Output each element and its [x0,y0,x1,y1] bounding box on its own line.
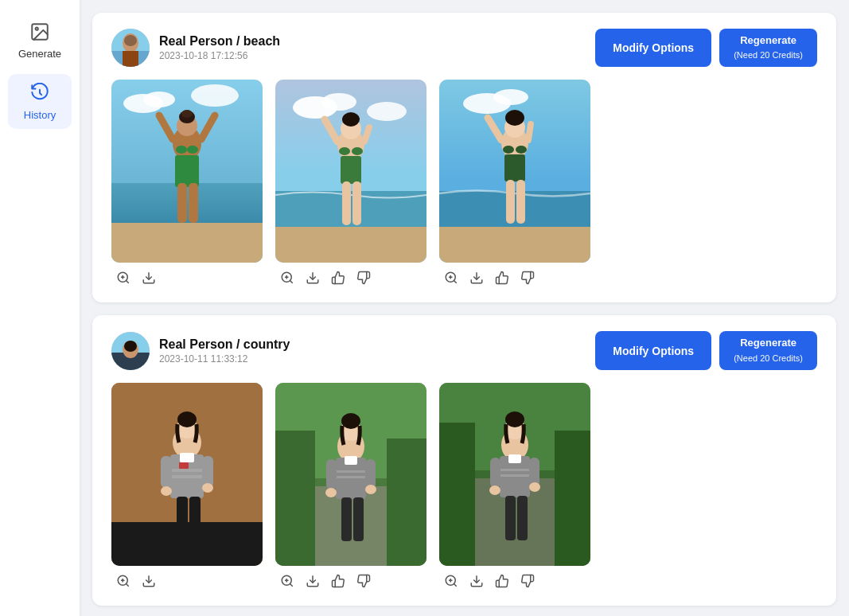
svg-rect-106 [345,456,357,465]
svg-point-9 [143,92,175,107]
svg-rect-123 [439,423,475,566]
svg-point-73 [124,341,137,352]
history-card-country: Real Person / country 2023-10-11 11:33:1… [92,315,836,605]
svg-rect-17 [175,155,199,187]
sidebar-item-generate[interactable]: Generate [8,13,72,68]
svg-rect-82 [180,453,194,462]
image-grid-country [111,383,817,590]
zoom-button-country-3[interactable] [442,572,460,590]
card-title-country: Real Person / country [159,337,290,352]
download-button-beach-1[interactable] [140,269,158,287]
dislike-button-beach-2[interactable] [355,269,372,287]
dislike-button-beach-3[interactable] [519,269,536,287]
svg-point-57 [505,110,524,126]
svg-point-37 [342,112,360,127]
svg-rect-18 [177,183,187,223]
zoom-button-beach-3[interactable] [442,269,460,287]
svg-point-40 [339,147,350,155]
svg-point-127 [505,411,524,427]
svg-line-46 [290,281,292,283]
image-box-beach-3 [439,80,590,263]
regenerate-button-country[interactable]: Regenerate (Need 20 Credits) [719,331,817,369]
svg-rect-108 [336,476,366,478]
svg-point-112 [365,485,376,494]
like-button-country-2[interactable] [329,572,347,590]
zoom-button-country-2[interactable] [278,572,296,590]
svg-point-60 [503,146,514,154]
download-button-country-3[interactable] [468,572,485,590]
svg-line-116 [290,583,292,586]
image-item-beach-3 [439,80,590,287]
like-button-beach-2[interactable] [329,269,347,287]
sidebar-history-label: History [24,109,56,121]
dislike-button-country-3[interactable] [519,572,536,590]
svg-rect-5 [123,51,138,67]
like-button-beach-3[interactable] [493,269,511,287]
zoom-button-beach-1[interactable] [115,269,132,287]
card-timestamp-beach: 2023-10-18 17:12:56 [159,50,280,61]
image-box-country-3 [439,383,590,566]
download-button-country-2[interactable] [304,572,321,590]
svg-rect-91 [179,462,189,469]
image-box-country-2 [275,383,426,566]
svg-point-10 [191,84,239,107]
svg-rect-124 [555,431,590,566]
svg-line-93 [126,583,128,586]
svg-rect-89 [177,497,188,540]
svg-rect-113 [341,497,352,541]
image-box-beach-1 [111,80,263,263]
dislike-button-country-2[interactable] [355,572,372,590]
svg-rect-101 [387,439,426,566]
download-button-country-1[interactable] [140,572,158,590]
image-grid-beach [111,80,817,287]
modify-options-button-country[interactable]: Modify Options [595,331,711,369]
image-actions-beach-2 [275,269,426,287]
image-item-beach-1 [111,80,263,287]
regenerate-button-beach[interactable]: Regenerate (Need 20 Credits) [719,29,817,67]
svg-point-1 [36,28,38,30]
svg-point-87 [161,486,172,496]
like-button-country-3[interactable] [493,572,511,590]
svg-rect-90 [189,497,201,540]
svg-rect-54 [439,227,590,263]
image-item-beach-2 [275,80,426,287]
svg-rect-44 [352,181,361,225]
regenerate-label-beach: Regenerate [740,34,796,46]
svg-line-139 [454,583,456,586]
card-timestamp-country: 2023-10-11 11:33:12 [159,353,290,365]
svg-line-25 [126,281,128,283]
svg-point-31 [321,93,356,111]
regenerate-label-country: Regenerate [740,337,796,349]
image-actions-country-2 [275,572,426,590]
svg-rect-42 [341,156,361,184]
regenerate-credits-country: (Need 20 Credits) [734,353,803,363]
card-info-country: Real Person / country 2023-10-11 11:33:1… [159,337,290,365]
modify-options-button-beach[interactable]: Modify Options [595,29,711,67]
svg-point-111 [325,488,337,497]
svg-rect-83 [170,469,204,472]
svg-rect-132 [490,458,500,488]
main-content: Real Person / beach 2023-10-18 17:12:56 … [80,0,849,616]
svg-rect-129 [508,454,521,463]
zoom-button-beach-2[interactable] [278,269,296,287]
svg-point-88 [202,483,213,493]
download-button-beach-3[interactable] [468,269,485,287]
svg-rect-62 [504,154,525,181]
sidebar-item-history[interactable]: History [8,74,72,129]
svg-rect-85 [161,456,172,488]
download-button-beach-2[interactable] [304,269,321,287]
svg-rect-131 [500,474,530,477]
history-card-beach: Real Person / beach 2023-10-18 17:12:56 … [92,13,836,302]
svg-point-22 [176,146,187,154]
svg-rect-34 [275,227,426,263]
image-actions-beach-1 [111,269,263,287]
svg-rect-100 [275,431,315,566]
svg-point-135 [529,482,540,492]
card-title-beach: Real Person / beach [159,34,280,49]
svg-rect-19 [189,183,198,223]
card-actions-country: Modify Options Regenerate (Need 20 Credi… [595,331,817,369]
svg-point-23 [187,146,198,154]
image-box-beach-2 [275,80,426,263]
card-header-left-beach: Real Person / beach 2023-10-18 17:12:56 [111,29,280,67]
zoom-button-country-1[interactable] [115,572,132,590]
